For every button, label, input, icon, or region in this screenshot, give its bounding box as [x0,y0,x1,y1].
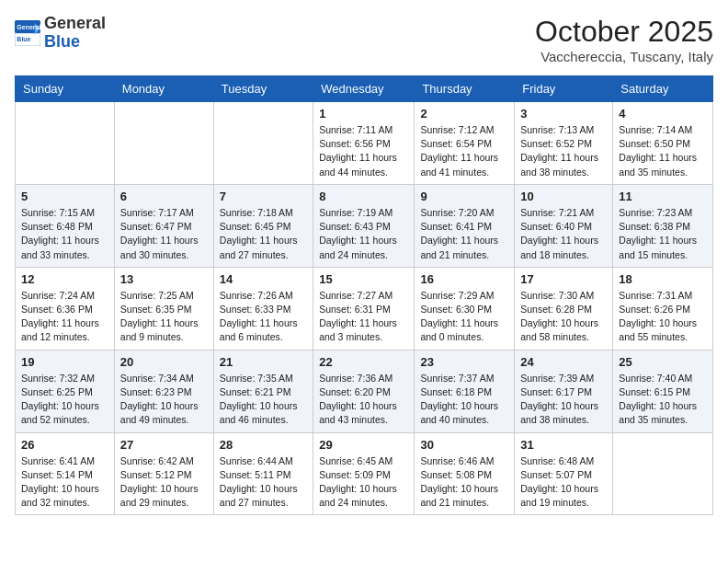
day-number: 29 [319,438,408,452]
calendar-cell: 28Sunrise: 6:44 AM Sunset: 5:11 PM Dayli… [213,432,313,515]
calendar-cell: 13Sunrise: 7:25 AM Sunset: 6:35 PM Dayli… [114,267,213,350]
day-info: Sunrise: 7:25 AM Sunset: 6:35 PM Dayligh… [120,289,208,345]
day-number: 20 [120,355,208,369]
calendar-cell: 22Sunrise: 7:36 AM Sunset: 6:20 PM Dayli… [313,350,415,432]
svg-text:Blue: Blue [17,36,30,42]
day-info: Sunrise: 7:11 AM Sunset: 6:56 PM Dayligh… [319,123,408,179]
day-number: 24 [520,355,607,369]
calendar-cell: 6Sunrise: 7:17 AM Sunset: 6:47 PM Daylig… [114,184,213,267]
calendar-cell: 18Sunrise: 7:31 AM Sunset: 6:26 PM Dayli… [613,267,713,350]
logo-icon: General Blue [15,20,40,46]
day-info: Sunrise: 6:44 AM Sunset: 5:11 PM Dayligh… [220,454,307,511]
calendar-cell: 5Sunrise: 7:15 AM Sunset: 6:48 PM Daylig… [16,184,115,267]
day-header-sunday: Sunday [16,76,115,102]
day-info: Sunrise: 7:27 AM Sunset: 6:31 PM Dayligh… [319,289,408,345]
calendar-cell: 24Sunrise: 7:39 AM Sunset: 6:17 PM Dayli… [515,350,613,432]
day-number: 22 [319,355,408,369]
day-info: Sunrise: 7:18 AM Sunset: 6:45 PM Dayligh… [220,206,307,262]
day-info: Sunrise: 7:34 AM Sunset: 6:23 PM Dayligh… [120,372,208,428]
calendar-cell: 21Sunrise: 7:35 AM Sunset: 6:21 PM Dayli… [213,350,313,432]
location-subtitle: Vacchereccia, Tuscany, Italy [535,49,713,64]
day-number: 2 [420,107,508,121]
day-number: 23 [420,355,508,369]
day-number: 11 [619,190,707,203]
calendar-cell: 19Sunrise: 7:32 AM Sunset: 6:25 PM Dayli… [16,350,115,432]
day-number: 8 [319,190,408,203]
calendar-cell: 23Sunrise: 7:37 AM Sunset: 6:18 PM Dayli… [415,350,515,432]
calendar-cell [114,102,213,185]
day-info: Sunrise: 7:20 AM Sunset: 6:41 PM Dayligh… [420,206,508,262]
day-info: Sunrise: 7:35 AM Sunset: 6:21 PM Dayligh… [220,372,307,428]
calendar-cell: 25Sunrise: 7:40 AM Sunset: 6:15 PM Dayli… [613,350,713,432]
day-info: Sunrise: 7:13 AM Sunset: 6:52 PM Dayligh… [520,123,607,179]
day-number: 28 [220,438,307,452]
calendar-cell: 1Sunrise: 7:11 AM Sunset: 6:56 PM Daylig… [313,102,415,185]
calendar-cell: 30Sunrise: 6:46 AM Sunset: 5:08 PM Dayli… [415,432,515,515]
calendar-cell: 27Sunrise: 6:42 AM Sunset: 5:12 PM Dayli… [114,432,213,515]
day-number: 21 [220,355,307,369]
day-number: 26 [21,438,108,452]
day-number: 1 [319,107,408,121]
day-number: 31 [520,438,607,452]
day-info: Sunrise: 7:26 AM Sunset: 6:33 PM Dayligh… [220,289,307,345]
day-info: Sunrise: 7:24 AM Sunset: 6:36 PM Dayligh… [21,289,108,345]
day-number: 27 [120,438,208,452]
day-info: Sunrise: 7:23 AM Sunset: 6:38 PM Dayligh… [619,206,707,262]
calendar-cell: 15Sunrise: 7:27 AM Sunset: 6:31 PM Dayli… [313,267,415,350]
calendar-cell: 8Sunrise: 7:19 AM Sunset: 6:43 PM Daylig… [313,184,415,267]
day-info: Sunrise: 7:21 AM Sunset: 6:40 PM Dayligh… [520,206,607,262]
day-number: 10 [520,190,607,203]
day-info: Sunrise: 7:31 AM Sunset: 6:26 PM Dayligh… [619,289,707,345]
day-number: 13 [120,272,208,286]
calendar-week-row: 1Sunrise: 7:11 AM Sunset: 6:56 PM Daylig… [16,102,713,185]
day-number: 6 [120,190,208,203]
day-number: 12 [21,272,108,286]
calendar-cell [213,102,313,185]
day-number: 3 [520,107,607,121]
svg-text:General: General [17,24,40,30]
calendar-cell: 3Sunrise: 7:13 AM Sunset: 6:52 PM Daylig… [515,102,613,185]
calendar-week-row: 19Sunrise: 7:32 AM Sunset: 6:25 PM Dayli… [16,350,713,432]
calendar-cell: 9Sunrise: 7:20 AM Sunset: 6:41 PM Daylig… [415,184,515,267]
calendar-cell [16,102,115,185]
day-header-monday: Monday [114,76,213,102]
day-number: 18 [619,272,707,286]
day-info: Sunrise: 7:39 AM Sunset: 6:17 PM Dayligh… [520,372,607,428]
day-number: 5 [21,190,108,203]
calendar-week-row: 5Sunrise: 7:15 AM Sunset: 6:48 PM Daylig… [16,184,713,267]
day-header-friday: Friday [515,76,613,102]
page-header: General Blue General Blue October 2025 V… [15,15,713,64]
day-info: Sunrise: 7:37 AM Sunset: 6:18 PM Dayligh… [420,372,508,428]
calendar-cell: 12Sunrise: 7:24 AM Sunset: 6:36 PM Dayli… [16,267,115,350]
calendar-cell: 10Sunrise: 7:21 AM Sunset: 6:40 PM Dayli… [515,184,613,267]
logo-general-text: General [44,14,106,32]
logo: General Blue General Blue [15,15,106,52]
day-info: Sunrise: 7:36 AM Sunset: 6:20 PM Dayligh… [319,372,408,428]
day-header-wednesday: Wednesday [313,76,415,102]
calendar-cell: 31Sunrise: 6:48 AM Sunset: 5:07 PM Dayli… [515,432,613,515]
calendar-cell [613,432,713,515]
day-info: Sunrise: 7:12 AM Sunset: 6:54 PM Dayligh… [420,123,508,179]
day-header-thursday: Thursday [415,76,515,102]
calendar-cell: 16Sunrise: 7:29 AM Sunset: 6:30 PM Dayli… [415,267,515,350]
day-info: Sunrise: 6:42 AM Sunset: 5:12 PM Dayligh… [120,454,208,511]
calendar-cell: 7Sunrise: 7:18 AM Sunset: 6:45 PM Daylig… [213,184,313,267]
day-number: 9 [420,190,508,203]
calendar-cell: 4Sunrise: 7:14 AM Sunset: 6:50 PM Daylig… [613,102,713,185]
day-header-tuesday: Tuesday [213,76,313,102]
calendar-cell: 20Sunrise: 7:34 AM Sunset: 6:23 PM Dayli… [114,350,213,432]
calendar-cell: 29Sunrise: 6:45 AM Sunset: 5:09 PM Dayli… [313,432,415,515]
day-number: 4 [619,107,707,121]
day-number: 25 [619,355,707,369]
day-number: 30 [420,438,508,452]
day-info: Sunrise: 7:30 AM Sunset: 6:28 PM Dayligh… [520,289,607,345]
day-info: Sunrise: 7:40 AM Sunset: 6:15 PM Dayligh… [619,372,707,428]
month-title: October 2025 [535,15,713,49]
day-number: 7 [220,190,307,203]
day-info: Sunrise: 7:14 AM Sunset: 6:50 PM Dayligh… [619,123,707,179]
logo-blue-text: Blue [44,32,80,51]
calendar-cell: 26Sunrise: 6:41 AM Sunset: 5:14 PM Dayli… [16,432,115,515]
day-number: 17 [520,272,607,286]
calendar-week-row: 26Sunrise: 6:41 AM Sunset: 5:14 PM Dayli… [16,432,713,515]
day-number: 16 [420,272,508,286]
